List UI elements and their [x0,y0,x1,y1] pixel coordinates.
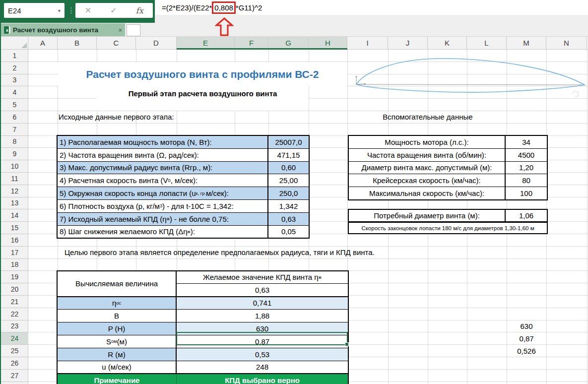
row-header[interactable]: 13 [1,197,28,210]
calc-value-cell[interactable]: 0,741 [177,297,348,310]
row-header[interactable]: 17 [1,247,28,259]
row-header[interactable]: 3 [1,74,28,87]
formula-bar[interactable]: =(2*E23)/(E22*0,808*G11)^2 [155,0,588,15]
column-header[interactable]: F [235,37,268,49]
sheet-subtitle[interactable]: Первый этап расчета воздушного винта [97,86,309,111]
aux-value-cell[interactable]: 100 [506,187,547,199]
row-header[interactable]: 21 [1,296,28,308]
column-header[interactable]: I [347,37,388,49]
column-header[interactable]: C [97,37,136,49]
input-label-cell[interactable]: 8) Шаг снижения желаемого КПД (Δηж): [58,226,268,238]
sheet-title[interactable]: Расчет воздушного винта с профилями ВС-2 [58,62,347,87]
input-section-label[interactable]: Исходные данные первого этапа: [59,111,174,124]
row-header[interactable]: 24 [1,332,28,345]
row-header[interactable]: 16 [1,234,28,247]
row-header[interactable]: 10 [1,160,28,173]
input-value-cell[interactable]: 471,15 [268,149,309,161]
calc-label-cell[interactable]: R (м) [58,348,177,361]
calc-label-cell[interactable]: u (м/сек) [58,361,177,374]
aux-label-cell[interactable]: Частота вращения винта (об/мин): [349,149,506,161]
calc-label-cell[interactable]: Sом (м) [58,335,177,348]
input-value-cell[interactable]: 1,342 [268,200,309,212]
diameter-label-cell[interactable]: Потребный диаметр винта (м): [349,210,506,221]
row-header[interactable]: 4 [1,86,28,99]
note-label-cell[interactable]: Примечание [58,374,177,384]
aux-label-cell[interactable]: Мощность мотора (л.с.): [349,136,506,148]
column-header[interactable]: E [177,37,235,49]
aux-label-cell[interactable]: Диаметр винта макс. допустимый (м): [349,162,506,174]
input-value-cell[interactable]: 0,05 [268,226,309,238]
column-header[interactable]: J [388,37,428,49]
aux-label-cell[interactable]: Крейсерская скорость (км/час): [349,174,506,187]
column-header[interactable]: M [507,37,546,49]
side-value-cell[interactable]: 0,526 [507,345,546,357]
new-sheet-tab-stub[interactable] [127,24,140,36]
select-all-corner[interactable] [1,37,28,50]
cancel-icon[interactable]: ✕ [85,6,91,15]
input-value-cell[interactable]: 250,0 [268,187,309,199]
stage-goal-text[interactable]: Целью первого этапа является определение… [65,247,375,259]
side-value-cell[interactable]: 630 [507,320,546,333]
calc-label-cell[interactable]: ηос [58,297,177,310]
row-header[interactable]: 1 [1,50,28,62]
input-label-cell[interactable]: 4) Расчетная скорость винта (V0, м/сек): [58,174,268,187]
calc-target-kpd-cell[interactable]: 0,63 [177,284,348,296]
calc-label-cell[interactable]: B [58,310,177,322]
row-header[interactable]: 27 [1,370,28,382]
row-header[interactable]: 6 [1,111,28,124]
column-header[interactable]: L [467,37,507,49]
calc-value-cell[interactable]: 0,53 [177,348,348,361]
input-value-cell[interactable]: 0,63 [268,213,309,225]
column-header[interactable]: H [309,37,347,49]
input-label-cell[interactable]: 6) Плотность воздуха (p, кг/м3) - для t-… [58,200,268,212]
row-header[interactable]: 20 [1,283,28,296]
aux-value-cell[interactable]: 1,20 [506,162,547,174]
name-box[interactable]: E24 ▾ [4,3,65,18]
side-value-cell[interactable]: 0,87 [507,332,546,345]
aux-value-cell[interactable]: 4500 [506,149,547,161]
row-header[interactable]: 11 [1,173,28,185]
row-header[interactable]: 23 [1,320,28,333]
row-header[interactable]: 12 [1,185,28,197]
calc-header-left-cell[interactable]: Вычисляемая величина [58,271,177,296]
row-header[interactable]: 26 [1,357,28,370]
aux-value-cell[interactable]: 34 [506,136,547,148]
column-header[interactable]: G [268,37,309,49]
sheet-tab[interactable]: x Расчет воздушного винта × [1,23,125,37]
enter-icon[interactable]: ✓ [111,6,117,15]
input-label-cell[interactable]: 7) Исходный желаемый КПД (ηж) - не болле… [58,213,268,225]
row-header[interactable]: 5 [1,99,28,111]
column-header[interactable]: A [28,37,58,49]
aux-section-label[interactable]: Вспомогательные данные [349,111,507,124]
fill-handle[interactable] [345,342,349,346]
input-label-cell[interactable]: 5) Окружная скорость конца лопасти (uк, … [58,187,268,199]
calc-value-cell[interactable]: 0,87 [177,335,348,348]
diameter-value-cell[interactable]: 1,06 [506,210,547,221]
row-header[interactable]: 8 [1,136,28,148]
chevron-down-icon[interactable]: ▾ [58,8,61,13]
row-header[interactable]: 9 [1,148,28,160]
note-status-cell[interactable]: КПД выбрано верно [177,374,348,384]
calc-header-right-cell[interactable]: Желаемое значение КПД винта ηж [177,271,348,284]
row-header[interactable]: 2 [1,62,28,74]
row-header[interactable]: 25 [1,345,28,357]
calc-value-cell[interactable]: 630 [177,322,348,335]
row-header[interactable]: 7 [1,124,28,136]
insert-function-icon[interactable]: fx [136,6,143,15]
tip-speed-note[interactable]: Скорость законцовок лопасти 180 м/с для … [348,222,548,234]
aux-label-cell[interactable]: Максимальная скорость (км/час): [349,187,506,199]
row-header[interactable]: 19 [1,271,28,283]
column-header[interactable]: D [136,37,177,49]
row-header[interactable]: 18 [1,259,28,271]
airfoil-profile-image[interactable] [350,51,588,101]
input-value-cell[interactable]: 25007,0 [268,136,309,148]
row-header[interactable]: 15 [1,222,28,234]
column-header[interactable]: K [428,37,467,49]
calc-value-cell[interactable]: 1,88 [177,310,348,322]
input-value-cell[interactable]: 0,60 [268,162,309,174]
row-header[interactable]: 22 [1,308,28,320]
row-header[interactable]: 14 [1,209,28,222]
input-label-cell[interactable]: 1) Располагаемая мощность мотора (N, Вт)… [58,136,268,148]
calc-value-cell[interactable]: 248 [177,361,348,374]
input-label-cell[interactable]: 2) Частота вращения винта (Ω, рад/сек): [58,149,268,161]
